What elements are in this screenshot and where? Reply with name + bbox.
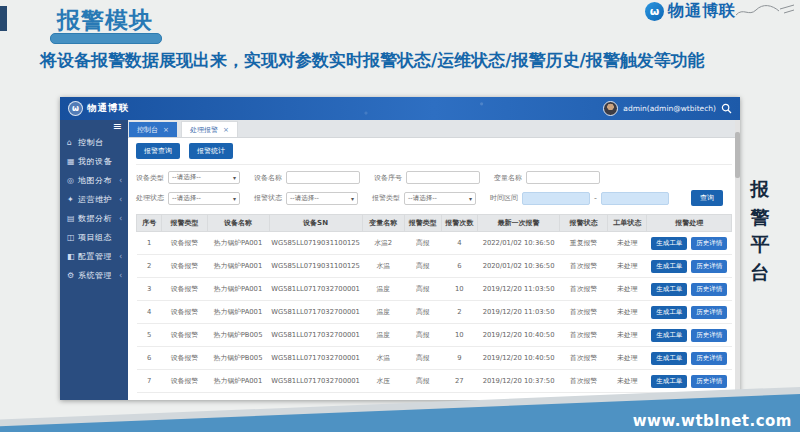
close-icon[interactable]: × xyxy=(163,126,169,134)
scrollbar-thumb[interactable] xyxy=(735,132,740,178)
sidebar-item-label: 配置管理 xyxy=(78,251,119,262)
table-cell: 设备报警 xyxy=(162,370,207,393)
caret-down-icon: ▾ xyxy=(233,174,236,181)
scrollbar-track[interactable] xyxy=(735,120,740,400)
side-label-char: 报 xyxy=(751,176,770,204)
chevron-left-icon: ‹ xyxy=(119,214,128,223)
sidebar-item-map[interactable]: ◎地图分布‹ xyxy=(60,171,128,190)
create-workorder-button[interactable]: 生成工单 xyxy=(651,306,687,319)
alarm-status-select[interactable]: --请选择--▾ xyxy=(286,192,358,205)
create-workorder-button[interactable]: 生成工单 xyxy=(651,237,687,250)
table-cell: WG581LL0717032700001 xyxy=(269,301,362,324)
create-workorder-button[interactable]: 生成工单 xyxy=(651,329,687,342)
filter-row-1: 设备类型--请选择--▾设备名称设备序号变量名称 xyxy=(136,171,732,184)
device-serial-input[interactable] xyxy=(406,171,480,184)
company-logo: ω 物通博联 xyxy=(645,1,736,22)
table-cell: 首次报警 xyxy=(559,347,607,370)
create-workorder-button[interactable]: 生成工单 xyxy=(651,352,687,365)
sidebar-item-console[interactable]: ⌂控制台 xyxy=(60,133,128,152)
side-label-char: 平 xyxy=(751,231,770,259)
device-type-select[interactable]: --请选择--▾ xyxy=(168,171,240,184)
sidebar-item-devices[interactable]: ▦我的设备 xyxy=(60,152,128,171)
alarm-query-button[interactable]: 报警查询 xyxy=(136,143,180,159)
table-cell: 首次报警 xyxy=(559,278,607,301)
select-value: --请选择-- xyxy=(290,194,319,203)
filter-variable-name: 变量名称 xyxy=(494,171,600,184)
column-header: 报警处理 xyxy=(647,215,732,232)
user-avatar[interactable] xyxy=(603,101,618,116)
chevron-left-icon: ‹ xyxy=(119,252,128,261)
table-cell: 4 xyxy=(441,232,478,255)
range-separator: - xyxy=(594,194,597,203)
table-cell: 水压 xyxy=(362,370,404,393)
history-detail-button[interactable]: 历史详情 xyxy=(691,375,727,388)
chevron-left-icon: ‹ xyxy=(119,271,128,280)
sidebar-item-project[interactable]: ◫项目组态 xyxy=(60,228,128,247)
table-cell: WG585LL0719031100125 xyxy=(269,232,362,255)
tab-label: 处理报警 xyxy=(190,125,218,135)
alarm-stats-button[interactable]: 报警统计 xyxy=(189,143,233,159)
history-detail-button[interactable]: 历史详情 xyxy=(691,283,727,296)
filter-label: 设备名称 xyxy=(254,173,282,183)
table-cell: 2019/12/20 10:37:50 xyxy=(478,370,560,393)
history-detail-button[interactable]: 历史详情 xyxy=(691,398,727,401)
menu-toggle-icon[interactable]: ≡ xyxy=(60,120,128,133)
create-workorder-button[interactable]: 生成工单 xyxy=(651,283,687,296)
action-cell: 生成工单历史详情 xyxy=(647,255,732,278)
table-cell: 2022/01/02 10:36:50 xyxy=(478,232,560,255)
sidebar-item-label: 数据分析 xyxy=(78,213,119,224)
table-cell: 27 xyxy=(441,370,478,393)
search-icon[interactable] xyxy=(721,103,732,114)
table-cell: 2019/12/20 10:40:50 xyxy=(478,347,560,370)
history-detail-button[interactable]: 历史详情 xyxy=(691,306,727,319)
sidebar-item-ops[interactable]: ✦运营维护‹ xyxy=(60,190,128,209)
filter-label: 报警类型 xyxy=(372,193,400,203)
table-cell: 未处理 xyxy=(607,278,646,301)
table-cell: 热力锅炉PA001 xyxy=(207,232,269,255)
sidebar-item-analytics[interactable]: ▤数据分析‹ xyxy=(60,209,128,228)
table-cell: 设备报警 xyxy=(162,347,207,370)
username[interactable]: admin(admin@wtbitech) xyxy=(623,104,716,113)
create-workorder-button[interactable]: 生成工单 xyxy=(651,375,687,388)
table-cell: 首次报警 xyxy=(559,393,607,401)
table-cell: 首次报警 xyxy=(559,255,607,278)
variable-name-input[interactable] xyxy=(526,171,600,184)
action-cell: 生成工单历史详情 xyxy=(647,393,732,401)
table-cell: 高报 xyxy=(404,278,441,301)
table-cell: 水温 xyxy=(362,347,404,370)
filter-alarm-type: 报警类型--请选择--▾ xyxy=(372,192,476,205)
history-detail-button[interactable]: 历史详情 xyxy=(691,329,727,342)
sidebar-item-config[interactable]: ◧配置管理‹ xyxy=(60,247,128,266)
table-cell: 2 xyxy=(441,301,478,324)
app-window: ω 物通博联 admin(admin@wtbitech) ≡ ⌂控制台▦我的设备… xyxy=(60,97,740,400)
table-cell: 设备报警 xyxy=(162,393,207,401)
table-cell: 未处理 xyxy=(607,324,646,347)
tab-bar: 控制台 × 处理报警 × xyxy=(128,120,740,138)
create-workorder-button[interactable]: 生成工单 xyxy=(651,260,687,273)
app-brand: ω 物通博联 xyxy=(68,101,129,116)
sidebar-item-system[interactable]: ⚙系统管理‹ xyxy=(60,266,128,285)
history-detail-button[interactable]: 历史详情 xyxy=(691,260,727,273)
create-workorder-button[interactable]: 生成工单 xyxy=(651,398,687,401)
history-detail-button[interactable]: 历史详情 xyxy=(691,237,727,250)
table-cell: 设备报警 xyxy=(162,232,207,255)
date-start-input[interactable] xyxy=(522,192,590,205)
date-end-input[interactable] xyxy=(601,192,669,205)
table-cell: 水温 xyxy=(362,255,404,278)
table-cell: WG585LL0719031100125 xyxy=(269,255,362,278)
history-detail-button[interactable]: 历史详情 xyxy=(691,352,727,365)
close-icon[interactable]: × xyxy=(223,126,229,134)
column-header: 序号 xyxy=(137,215,162,232)
caret-down-icon: ▾ xyxy=(351,195,354,202)
search-button[interactable]: 查询 xyxy=(691,190,723,206)
sidebar-item-label: 地图分布 xyxy=(78,175,119,186)
handle-status-select[interactable]: --请选择--▾ xyxy=(168,192,240,205)
table-cell: 热力锅炉PA001 xyxy=(207,393,269,401)
table-cell: 8 xyxy=(137,393,162,401)
alarm-type-select[interactable]: --请选择--▾ xyxy=(404,192,476,205)
tab-handle-alarm[interactable]: 处理报警 × xyxy=(181,121,238,137)
filter-device-name: 设备名称 xyxy=(254,171,360,184)
tab-console[interactable]: 控制台 × xyxy=(129,122,177,137)
device-name-input[interactable] xyxy=(286,171,360,184)
table-row: 3设备报警热力锅炉PA001WG581LL0717032700001温度高报10… xyxy=(137,278,732,301)
